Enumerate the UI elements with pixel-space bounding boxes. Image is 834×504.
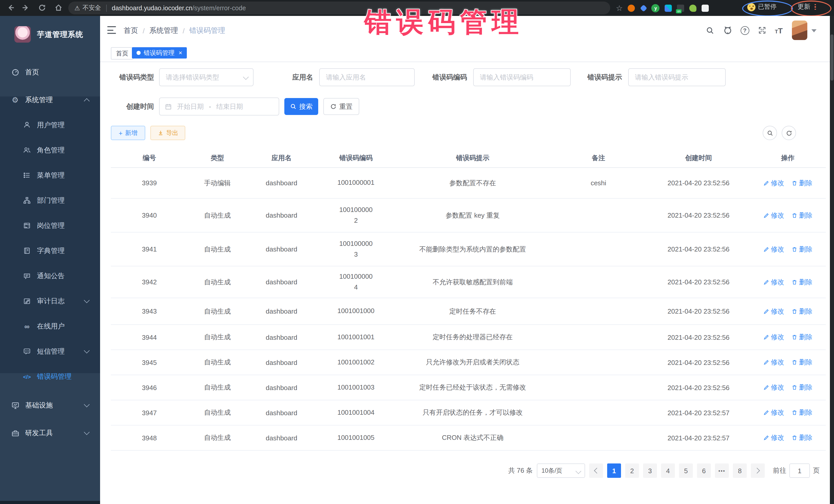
scrollbar-thumb[interactable] (830, 35, 833, 81)
edit-link[interactable]: 修改 (763, 307, 784, 316)
help-icon[interactable]: ? (740, 26, 749, 35)
more-pages-icon[interactable]: ••• (715, 463, 729, 478)
profile-paused-chip[interactable]: 已暂停 (747, 3, 776, 11)
show-search-toggle-button[interactable] (763, 126, 777, 140)
sidebar-item-infrastructure[interactable]: 基础设施 (0, 393, 100, 418)
page-button-8[interactable]: 8 (733, 463, 747, 478)
edit-icon (763, 308, 769, 314)
page-button-1[interactable]: 1 (607, 463, 621, 478)
search-icon[interactable] (705, 26, 715, 35)
sidebar-item-dev-tools[interactable]: 研发工具 (0, 420, 100, 445)
announcement-icon (23, 271, 31, 280)
sidebar-collapse-icon[interactable] (107, 26, 116, 34)
scrollbar-track[interactable] (830, 16, 834, 504)
delete-icon (791, 279, 797, 285)
goto-page-input[interactable] (789, 463, 810, 478)
search-button[interactable]: 搜索 (284, 98, 318, 115)
error-type-select[interactable]: 请选择错误码类型 (159, 68, 254, 86)
avatar-caret-icon[interactable] (811, 29, 816, 32)
edit-link[interactable]: 修改 (763, 408, 784, 417)
page-size-select[interactable]: 10条/页 (537, 463, 585, 478)
page-button-4[interactable]: 4 (661, 463, 675, 478)
extension-icon-squares[interactable] (665, 4, 672, 12)
delete-link[interactable]: 删除 (791, 383, 812, 392)
delete-link[interactable]: 删除 (791, 307, 812, 316)
page-button-3[interactable]: 3 (643, 463, 657, 478)
delete-link[interactable]: 删除 (791, 278, 812, 287)
page-button-6[interactable]: 6 (697, 463, 711, 478)
error-code-input[interactable] (473, 68, 571, 86)
sidebar-item-departments[interactable]: 部门管理 (0, 188, 100, 213)
edit-link[interactable]: 修改 (763, 358, 784, 367)
export-button[interactable]: 导出 (150, 126, 185, 140)
next-page-button[interactable] (751, 463, 765, 478)
add-button[interactable]: + 新增 (111, 126, 145, 140)
page-button-2[interactable]: 2 (625, 463, 639, 478)
font-size-icon[interactable]: TT (775, 26, 783, 35)
sidebar-item-users[interactable]: 用户管理 (0, 112, 100, 137)
app-logo[interactable]: 芋道管理系统 (0, 21, 100, 48)
edit-link[interactable]: 修改 (763, 211, 784, 220)
fullscreen-icon[interactable] (757, 26, 767, 35)
delete-link[interactable]: 删除 (791, 211, 812, 220)
delete-link[interactable]: 删除 (791, 178, 812, 188)
not-secure-icon: ⚠ (74, 4, 80, 12)
reload-icon[interactable] (38, 4, 46, 12)
edit-icon (763, 334, 769, 340)
delete-icon (791, 246, 797, 252)
delete-link[interactable]: 删除 (791, 433, 812, 442)
delete-link[interactable]: 删除 (791, 245, 812, 254)
extension-icon-green-leaf[interactable] (689, 4, 697, 12)
refresh-table-button[interactable] (782, 126, 796, 140)
sidebar-item-error-code[interactable]: </> 错误码管理 (0, 364, 100, 389)
page-button-5[interactable]: 5 (679, 463, 693, 478)
delete-link[interactable]: 删除 (791, 358, 812, 367)
edit-link[interactable]: 修改 (763, 278, 784, 287)
back-icon[interactable] (7, 4, 15, 12)
tag-close-icon[interactable]: × (179, 49, 182, 57)
app-name-input[interactable] (319, 68, 415, 86)
edit-link[interactable]: 修改 (763, 178, 784, 188)
sidebar-item-online-users[interactable]: ∞ 在线用户 (0, 313, 100, 339)
extension-icon-orange[interactable] (628, 4, 635, 12)
error-hint-input[interactable] (628, 68, 726, 86)
edit-link[interactable]: 修改 (763, 433, 784, 442)
bookmark-star-icon[interactable]: ☆ (616, 2, 623, 14)
search-icon (767, 130, 773, 136)
edit-link[interactable]: 修改 (763, 245, 784, 254)
not-secure-label: 不安全 (83, 4, 101, 12)
sidebar-item-audit-log[interactable]: 审计日志 (0, 288, 100, 313)
date-range-picker[interactable]: 开始日期 - 结束日期 (159, 97, 279, 115)
home-icon[interactable] (54, 4, 63, 12)
sidebar-item-menus[interactable]: 菜单管理 (0, 163, 100, 188)
header-code: 错误码编码 (316, 149, 396, 168)
extension-icon-tampermonkey[interactable]: on (677, 4, 684, 12)
sidebar-item-system[interactable]: ⚙ 系统管理 (0, 87, 100, 112)
reset-button[interactable]: 重置 (323, 98, 359, 115)
prev-page-button[interactable] (589, 463, 603, 478)
sidebar-item-home[interactable]: 首页 (0, 60, 100, 85)
github-icon[interactable] (723, 26, 732, 35)
edit-link[interactable]: 修改 (763, 333, 784, 342)
tag-home[interactable]: 首页 (111, 47, 133, 60)
address-bar[interactable]: ⚠ 不安全 dashboard.yudao.iocoder.cn /system… (68, 2, 610, 14)
sidebar-item-sms[interactable]: 短信管理 (0, 339, 100, 364)
extension-icon-green-y[interactable]: y (652, 4, 660, 12)
delete-link[interactable]: 删除 (791, 408, 812, 417)
edit-link[interactable]: 修改 (763, 383, 784, 392)
avatar[interactable] (792, 21, 807, 40)
delete-link[interactable]: 删除 (791, 333, 812, 342)
breadcrumb-home[interactable]: 首页 (124, 26, 138, 36)
sidebar-item-posts[interactable]: 岗位管理 (0, 213, 100, 238)
extension-icon-blue-pin[interactable] (640, 4, 648, 12)
tag-error-code[interactable]: 错误码管理 × (132, 47, 187, 59)
sidebar-item-notices[interactable]: 通知公告 (0, 263, 100, 288)
forward-icon[interactable] (22, 4, 30, 12)
sidebar-item-dictionary[interactable]: 字典管理 (0, 238, 100, 263)
browser-menu-icon[interactable] (814, 4, 816, 10)
error-code-label: 错误码编码 (416, 68, 467, 86)
extension-icon-puzzle[interactable] (702, 4, 709, 12)
sidebar-item-roles[interactable]: 角色管理 (0, 137, 100, 163)
breadcrumb-system[interactable]: 系统管理 (149, 26, 178, 36)
browser-update-area[interactable]: 更新 (797, 3, 816, 11)
